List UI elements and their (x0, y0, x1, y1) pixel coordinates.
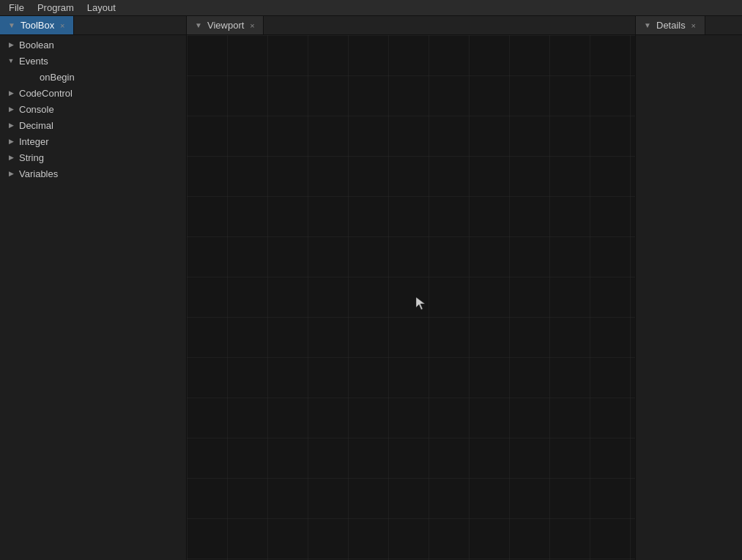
details-close-button[interactable]: × (689, 20, 699, 31)
details-tab[interactable]: ▼ Details × (636, 16, 705, 34)
tree-label-console: Console (19, 104, 54, 115)
toolbox-tab-label: ToolBox (21, 20, 54, 31)
viewport-grid (187, 35, 635, 560)
tree-label-events: Events (19, 56, 48, 67)
viewport-tab-icon: ▼ (193, 20, 204, 31)
toolbox-tab[interactable]: ▼ ToolBox × (0, 16, 74, 34)
tree-arrow-boolean: ▶ (6, 40, 16, 50)
tree-arrow-codecontrol: ▶ (6, 88, 16, 98)
tree-item-events[interactable]: ▼ Events (0, 53, 186, 69)
menu-program[interactable]: Program (31, 1, 80, 15)
tree-label-integer: Integer (19, 136, 48, 147)
menu-bar: File Program Layout (0, 0, 742, 16)
tree-arrow-console: ▶ (6, 104, 16, 114)
tree-item-decimal[interactable]: ▶ Decimal (0, 117, 186, 133)
tree-arrow-decimal: ▶ (6, 120, 16, 130)
tree-item-codecontrol[interactable]: ▶ CodeControl (0, 85, 186, 101)
tree-label-boolean: Boolean (19, 40, 54, 51)
tree-label-codecontrol: CodeControl (19, 88, 73, 99)
details-content (636, 35, 742, 560)
details-panel: ▼ Details × (636, 16, 742, 560)
menu-layout[interactable]: Layout (81, 1, 122, 15)
tree-item-onbegin[interactable]: ▶ onBegin (0, 69, 186, 85)
main-layout: ▼ ToolBox × ▶ Boolean ▼ Events ▶ onBegin (0, 16, 742, 560)
details-tab-bar: ▼ Details × (636, 16, 742, 35)
toolbox-panel: ▼ ToolBox × ▶ Boolean ▼ Events ▶ onBegin (0, 16, 187, 560)
tree-item-boolean[interactable]: ▶ Boolean (0, 37, 186, 53)
svg-rect-2 (187, 35, 635, 560)
toolbox-close-button[interactable]: × (57, 20, 67, 31)
viewport-panel: ▼ Viewport × (187, 16, 636, 560)
tree-item-variables[interactable]: ▶ Variables (0, 165, 186, 182)
tree-label-string: String (19, 152, 44, 163)
tree-item-string[interactable]: ▶ String (0, 149, 186, 165)
tree-label-variables: Variables (19, 168, 58, 179)
tree-label-decimal: Decimal (19, 120, 53, 131)
tree-arrow-string: ▶ (6, 152, 16, 163)
tree-arrow-variables: ▶ (6, 168, 16, 179)
viewport-tab[interactable]: ▼ Viewport × (187, 16, 264, 34)
menu-file[interactable]: File (3, 1, 30, 15)
tree-label-onbegin: onBegin (40, 72, 75, 83)
tree-item-console[interactable]: ▶ Console (0, 101, 186, 117)
tree-arrow-events: ▼ (6, 56, 16, 66)
viewport-canvas[interactable] (187, 35, 635, 560)
viewport-tab-bar: ▼ Viewport × (187, 16, 635, 35)
details-tab-label: Details (656, 20, 686, 31)
tree-item-integer[interactable]: ▶ Integer (0, 133, 186, 149)
details-tab-icon: ▼ (642, 20, 653, 31)
toolbox-tree: ▶ Boolean ▼ Events ▶ onBegin ▶ CodeContr… (0, 35, 186, 560)
tree-arrow-integer: ▶ (6, 136, 16, 146)
viewport-close-button[interactable]: × (247, 20, 257, 31)
toolbox-tab-bar: ▼ ToolBox × (0, 16, 186, 35)
toolbox-tab-icon: ▼ (6, 20, 18, 31)
viewport-tab-label: Viewport (207, 20, 244, 31)
